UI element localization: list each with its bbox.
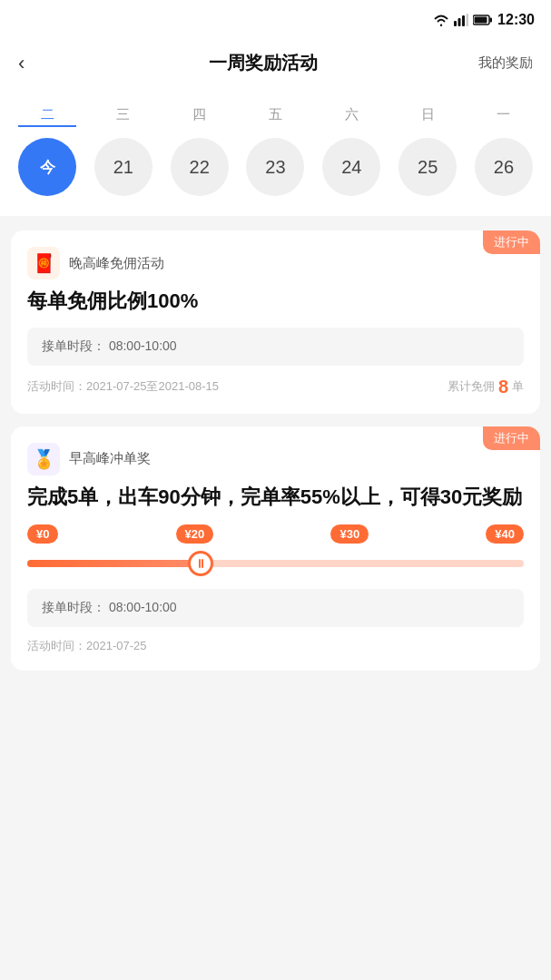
day-label-wed: 四 bbox=[171, 106, 229, 127]
battery-icon bbox=[473, 15, 493, 25]
status-time: 12:30 bbox=[497, 12, 535, 28]
signal-icon bbox=[454, 14, 468, 26]
progress-labels: ¥0 ¥20 ¥30 ¥40 bbox=[27, 524, 524, 544]
date-21[interactable]: 21 bbox=[94, 138, 153, 196]
day-label-fri: 六 bbox=[322, 106, 380, 127]
calendar-day-labels: 二 三 四 五 六 日 一 bbox=[18, 106, 533, 127]
progress-label-20: ¥20 bbox=[176, 524, 214, 544]
card-header-1: 🧧 晚高峰免佣活动 bbox=[27, 247, 524, 279]
card-subtitle-1: 晚高峰免佣活动 bbox=[69, 255, 164, 272]
card-footer-2: 活动时间：2021-07-25 bbox=[27, 638, 524, 654]
time-slot-value-2: 08:00-10:00 bbox=[109, 600, 177, 614]
svg-rect-3 bbox=[467, 14, 469, 26]
date-today[interactable]: 今 bbox=[18, 138, 76, 196]
back-button[interactable]: ‹ bbox=[18, 52, 47, 75]
calendar-section: 二 三 四 五 六 日 一 今 21 22 23 24 25 26 bbox=[0, 90, 551, 216]
day-label-thu: 五 bbox=[246, 106, 304, 127]
count-unit: 单 bbox=[512, 378, 524, 395]
activity-time-1: 活动时间：2021-07-25至2021-08-15 bbox=[27, 378, 219, 395]
card-header-2: 🏅 早高峰冲单奖 bbox=[27, 443, 524, 475]
progress-fill bbox=[27, 560, 201, 567]
svg-rect-5 bbox=[490, 18, 493, 23]
day-label-sat: 日 bbox=[398, 106, 457, 127]
day-label-sun: 一 bbox=[475, 106, 533, 127]
cards-section: 进行中 🧧 晚高峰免佣活动 每单免佣比例100% 接单时段： 08:00-10:… bbox=[0, 216, 551, 685]
status-badge-2: 进行中 bbox=[483, 426, 540, 450]
card-subtitle-2: 早高峰冲单奖 bbox=[69, 450, 151, 467]
time-slot-label-1: 接单时段： bbox=[42, 338, 105, 353]
card-morning-peak: 进行中 🏅 早高峰冲单奖 完成5单，出车90分钟，完单率55%以上，可得30元奖… bbox=[11, 426, 540, 671]
svg-rect-2 bbox=[462, 15, 465, 26]
card-icon-2: 🏅 bbox=[27, 443, 60, 475]
progress-label-0: ¥0 bbox=[27, 524, 58, 544]
card-evening-peak: 进行中 🧧 晚高峰免佣活动 每单免佣比例100% 接单时段： 08:00-10:… bbox=[11, 230, 540, 414]
progress-section: ¥0 ¥20 ¥30 ¥40 bbox=[27, 524, 524, 576]
header: ‹ 一周奖励活动 我的奖励 bbox=[0, 40, 551, 90]
date-24[interactable]: 24 bbox=[322, 138, 380, 196]
svg-rect-6 bbox=[475, 17, 487, 24]
progress-thumb bbox=[188, 551, 213, 576]
card-footer-1: 活动时间：2021-07-25至2021-08-15 累计免佣 8 单 bbox=[27, 377, 524, 397]
progress-label-30: ¥30 bbox=[330, 524, 369, 544]
count-label: 累计免佣 bbox=[448, 378, 495, 395]
progress-label-40: ¥40 bbox=[486, 524, 524, 544]
date-22[interactable]: 22 bbox=[171, 138, 229, 196]
card-main-title-1: 每单免佣比例100% bbox=[27, 289, 524, 315]
status-icons: 12:30 bbox=[433, 12, 535, 28]
calendar-dates: 今 21 22 23 24 25 26 bbox=[18, 138, 533, 196]
wifi-icon bbox=[433, 14, 449, 26]
day-label-tue: 三 bbox=[94, 106, 153, 127]
date-26[interactable]: 26 bbox=[475, 138, 533, 196]
count-section: 累计免佣 8 单 bbox=[448, 377, 524, 397]
svg-rect-1 bbox=[458, 18, 461, 26]
time-slot-value-1: 08:00-10:00 bbox=[109, 338, 177, 353]
status-badge-1: 进行中 bbox=[483, 230, 540, 254]
svg-rect-0 bbox=[454, 21, 457, 26]
time-slot-box-2: 接单时段： 08:00-10:00 bbox=[27, 589, 524, 627]
date-25[interactable]: 25 bbox=[398, 138, 457, 196]
thumb-inner bbox=[199, 559, 204, 568]
status-bar: 12:30 bbox=[0, 0, 551, 40]
card-icon-1: 🧧 bbox=[27, 247, 60, 279]
activity-time-2: 活动时间：2021-07-25 bbox=[27, 638, 147, 654]
my-rewards-link[interactable]: 我的奖励 bbox=[478, 54, 533, 72]
day-label-mon: 二 bbox=[18, 106, 76, 127]
progress-track bbox=[27, 560, 524, 567]
time-slot-label-2: 接单时段： bbox=[42, 600, 105, 614]
card-main-title-2: 完成5单，出车90分钟，完单率55%以上，可得30元奖励 bbox=[27, 485, 524, 511]
time-slot-box-1: 接单时段： 08:00-10:00 bbox=[27, 328, 524, 366]
page-title: 一周奖励活动 bbox=[209, 51, 318, 75]
date-23[interactable]: 23 bbox=[246, 138, 304, 196]
count-value: 8 bbox=[498, 377, 508, 397]
